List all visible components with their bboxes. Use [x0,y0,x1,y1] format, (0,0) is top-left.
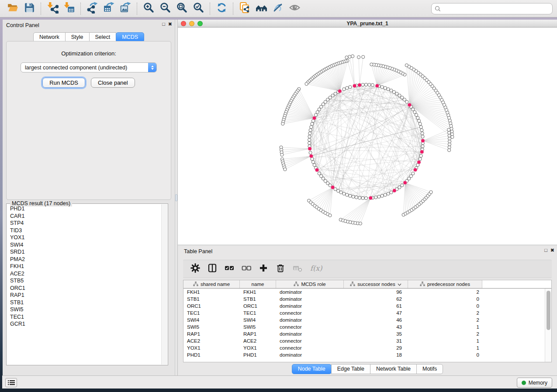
table-row[interactable]: SWI4SWI4dominator462 [183,316,545,323]
new-network-from-selection-icon [239,2,251,15]
close-window-icon[interactable] [181,21,186,26]
float-table-panel-icon[interactable]: □ [544,248,547,253]
cell-successor-nodes: 31 [344,338,408,344]
cell-shared-name: RAP1 [183,331,240,337]
run-mcds-button[interactable]: Run MCDS [42,78,85,88]
deselect-all-button[interactable] [242,262,251,275]
zoom-out-button[interactable] [157,1,173,16]
column-header-MCDS-role[interactable]: MCDS role [276,280,344,288]
mcds-result-item[interactable]: GCR1 [7,320,161,328]
tab-edge-table[interactable]: Edge Table [331,364,370,374]
mcds-result-item[interactable]: CAR1 [7,213,161,220]
table-scrollbar-thumb[interactable] [547,291,550,330]
mcds-result-item[interactable]: STP4 [7,220,161,227]
export-table-button[interactable] [100,1,117,16]
minimize-window-icon[interactable] [189,21,194,26]
mcds-result-item[interactable]: SWI4 [7,241,161,249]
table-row[interactable]: SWI5SWI5connector431 [183,323,545,330]
import-network-button[interactable] [44,1,61,16]
new-network-from-selection-button[interactable] [236,1,253,16]
import-table-button[interactable] [61,1,77,16]
mcds-result-item[interactable]: SRD1 [7,248,161,256]
column-header-name[interactable]: name [240,280,276,288]
mcds-result-list[interactable]: PHD1CAR1STP4TID3YOX1SWI4SRD1PMA2FKH1ACE2… [7,205,161,364]
export-image-button[interactable] [117,1,134,16]
cell-predecessor-nodes: 1 [408,345,482,351]
toolbar-separator [233,3,233,15]
tab-node-table[interactable]: Node Table [292,364,332,374]
table-body: FKH1FKH1dominator962STB1STB1dominator620… [183,289,545,362]
mcds-result-item[interactable]: TID3 [7,227,161,234]
tab-motifs[interactable]: Motifs [416,364,443,374]
splitter-handle[interactable] [175,194,177,201]
table-scrollbar[interactable] [545,289,551,362]
close-table-panel-icon[interactable]: ✖ [550,248,554,253]
mcds-result-item[interactable]: STB5 [7,277,161,285]
mcds-result-item[interactable]: ORC1 [7,285,161,292]
network-titlebar[interactable]: YPA_prune.txt_1 [178,20,557,28]
show-graphics-details-button[interactable] [286,1,303,16]
table-row[interactable]: TEC1TEC1connector472 [183,309,545,316]
control-panel: Control Panel □ ✖ NetworkStyleSelectMCDS… [3,20,175,375]
delete-button[interactable] [276,262,285,275]
toolbar-separator [137,3,137,15]
optimization-criterion-select[interactable]: largest connected component (undirected) [21,62,157,72]
mcds-result-item[interactable]: PMA2 [7,256,161,263]
table-row[interactable]: YOX1YOX1connector291 [183,344,545,351]
mcds-result-item[interactable]: PHD1 [7,205,161,213]
select-all-button[interactable] [225,262,234,275]
maximize-window-icon[interactable] [197,21,203,26]
export-network-button[interactable] [84,1,100,16]
add-icon [259,263,268,275]
svg-text:f(x): f(x) [310,264,322,272]
column-header-successor-nodes[interactable]: successor nodes [344,280,408,288]
float-panel-icon[interactable]: □ [162,22,165,27]
memory-button[interactable]: Memory [517,378,552,388]
mcds-result-item[interactable]: TEC1 [7,313,161,321]
table-row[interactable]: RAP1RAP1dominator352 [183,330,545,337]
tab-network-table[interactable]: Network Table [370,364,417,374]
cell-predecessor-nodes: 0 [408,296,482,302]
network-canvas[interactable] [178,28,557,244]
binoculars-search-button[interactable] [253,1,270,16]
gear-button[interactable] [190,262,200,275]
memory-label: Memory [529,380,547,386]
mcds-result-item[interactable]: YOX1 [7,234,161,241]
columns-button[interactable] [208,262,217,275]
deselect-all-icon [242,263,251,275]
table-row[interactable]: ORC1ORC1dominator610 [183,303,545,309]
table-row[interactable]: ACE2ACE2connector311 [183,337,545,344]
task-history-button[interactable] [5,378,17,387]
mcds-result-item[interactable]: SWI5 [7,306,161,313]
zoom-in-button[interactable] [140,1,157,16]
refresh-button[interactable] [213,1,230,16]
table-row[interactable]: STB1STB1dominator620 [183,296,545,303]
cell-predecessor-nodes: 0 [408,352,482,358]
cell-MCDS-role: dominator [276,296,344,302]
global-search-box[interactable] [431,3,553,14]
result-list-scrollbar[interactable] [161,204,167,364]
save-button[interactable] [21,1,38,16]
column-header-shared-name[interactable]: shared name [183,280,240,288]
zoom-selected-button[interactable] [190,1,207,16]
column-header-predecessor-nodes[interactable]: predecessor nodes [408,280,482,288]
toolbar-separator [80,3,81,15]
mcds-result-item[interactable]: ACE2 [7,270,161,278]
open-button[interactable] [4,1,21,16]
zoom-fit-button[interactable] [173,1,190,16]
function-icon: f(x) [310,263,325,275]
close-panel-icon[interactable]: ✖ [168,22,172,27]
search-input[interactable] [443,5,549,12]
mcds-result-item[interactable]: FKH1 [7,263,161,270]
add-button[interactable] [259,262,268,275]
table-row[interactable]: FKH1FKH1dominator962 [183,289,545,296]
close-panel-button[interactable]: Close panel [91,78,135,88]
import-table-icon [63,2,75,15]
mcds-result-item[interactable]: STB1 [7,299,161,306]
hide-graphics-details-button[interactable] [270,1,286,16]
delete-table-icon [293,263,302,275]
table-row[interactable]: PHD1PHD1dominator180 [183,351,545,358]
vertical-splitter[interactable] [175,20,178,375]
control-panel-title: Control Panel [6,22,39,28]
mcds-result-item[interactable]: RAP1 [7,292,161,299]
